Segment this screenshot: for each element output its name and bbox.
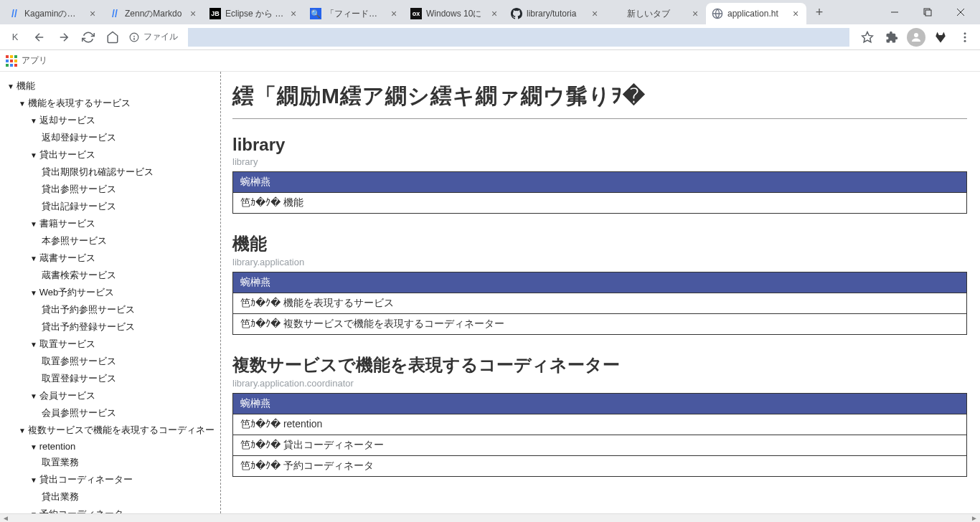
tab-1[interactable]: // Kagaminの記事 ×	[3, 3, 103, 24]
section-table: 蜿榊燕 笆ｶ�ｸ� 機能を表現するサービス 笆ｶ�ｸ� 複数サービスで機能を表現…	[232, 272, 967, 335]
close-icon[interactable]: ×	[188, 9, 198, 19]
table-row[interactable]: 笆ｶ�ｸ� 予約コーディネータ	[233, 456, 967, 477]
tab-strip: // Kagaminの記事 × // ZennのMarkdo × JB Ecli…	[0, 0, 980, 24]
tree-web-ref[interactable]: 貸出予約参照サービス	[42, 301, 220, 318]
tree-coordinators[interactable]: 複数サービスで機能を表現するコーディネー	[19, 422, 220, 439]
table-header: 蜿榊燕	[233, 394, 967, 414]
tree-retention[interactable]: retention	[30, 439, 220, 454]
table-row[interactable]: 笆ｶ�ｸ� retention	[233, 414, 967, 435]
favicon-icon: JB	[209, 8, 221, 19]
tree-lend[interactable]: 貸出サービス	[30, 146, 220, 163]
section-table: 蜿榊燕 笆ｶ�ｸ� retention 笆ｶ�ｸ� 貸出コーディネーター 笆ｶ�…	[232, 393, 967, 477]
tree-retain[interactable]: 取置サービス	[30, 336, 220, 353]
tree-return[interactable]: 返却サービス	[30, 112, 220, 129]
apps-icon[interactable]	[6, 55, 17, 67]
avatar-icon	[907, 28, 925, 47]
favicon-icon: 🔍	[310, 8, 321, 19]
profile-button[interactable]	[905, 27, 927, 48]
tab-title: application.ht	[727, 9, 786, 19]
first-button[interactable]: K	[4, 27, 26, 48]
tab-4[interactable]: 🔍 「フィードバックH ×	[304, 3, 405, 24]
tree-stock[interactable]: 蔵書サービス	[30, 250, 220, 267]
tab-title: ZennのMarkdo	[125, 8, 184, 20]
close-icon[interactable]: ×	[88, 9, 98, 19]
tree-root[interactable]: 機能	[7, 77, 220, 95]
tree-lend-overdue[interactable]: 貸出期限切れ確認サービス	[42, 163, 220, 181]
close-window-button[interactable]	[944, 0, 977, 24]
table-header: 蜿榊燕	[233, 172, 967, 193]
address-input[interactable]	[188, 28, 849, 47]
tab-title: 新しいタブ	[627, 8, 686, 20]
table-row[interactable]: 笆ｶ�ｸ� 貸出コーディネーター	[233, 435, 967, 456]
close-icon[interactable]: ×	[389, 9, 399, 19]
favicon-icon: //	[9, 8, 20, 19]
tree-lend-coord[interactable]: 貸出コーディネーター	[30, 471, 220, 488]
bookmark-star-button[interactable]	[857, 27, 878, 48]
table-header: 蜿榊燕	[233, 272, 967, 293]
tree-book[interactable]: 書籍サービス	[30, 215, 220, 232]
main-content: 繧「繝励Μ繧ア繝シ繧キ繝ァ繝ウ髴りｦ� library library 蜿榊燕 …	[221, 72, 980, 513]
sidebar: 機能 機能を表現するサービス 返却サービス 返却登録サービス 貸出サービス 貸出…	[0, 72, 220, 513]
svg-marker-9	[862, 32, 873, 42]
table-row[interactable]: 笆ｶ�ｸ� 複数サービスで機能を表現するコーディネーター	[233, 314, 967, 335]
tree-retention-biz[interactable]: 取置業務	[42, 454, 220, 471]
tree-retain-ref[interactable]: 取置参照サービス	[42, 353, 220, 370]
reload-button[interactable]	[77, 27, 99, 48]
section-table: 蜿榊燕 笆ｶ�ｸ� 機能	[232, 171, 967, 214]
tab-7[interactable]: 新しいタブ ×	[606, 3, 706, 24]
tree-book-ref[interactable]: 本参照サービス	[42, 232, 220, 250]
favicon-icon: //	[109, 8, 121, 19]
tab-2[interactable]: // ZennのMarkdo ×	[103, 3, 204, 24]
section-heading: 機能	[232, 232, 967, 255]
svg-point-8	[133, 38, 134, 39]
tab-6[interactable]: library/tutoria ×	[505, 3, 606, 24]
apps-label[interactable]: アプリ	[22, 54, 47, 67]
favicon-icon: ox	[410, 8, 422, 19]
tree-member[interactable]: 会員サービス	[30, 387, 220, 404]
tab-5[interactable]: ox Windows 10に ×	[405, 3, 505, 24]
tab-title: Windows 10に	[426, 8, 485, 20]
maximize-button[interactable]	[911, 0, 944, 24]
close-icon[interactable]: ×	[590, 9, 600, 19]
svg-point-10	[914, 33, 918, 37]
tree-retain-reg[interactable]: 取置登録サービス	[42, 370, 220, 387]
bookmark-bar: アプリ	[0, 50, 980, 72]
file-label: ファイル	[143, 31, 178, 43]
tree-web-reg[interactable]: 貸出予約登録サービス	[42, 318, 220, 336]
site-info[interactable]: ファイル	[126, 31, 181, 43]
close-icon[interactable]: ×	[288, 9, 298, 19]
menu-button[interactable]	[954, 27, 976, 48]
back-button[interactable]	[29, 27, 50, 48]
window-controls	[878, 0, 977, 24]
tree-services[interactable]: 機能を表現するサービス	[19, 95, 220, 112]
table-row[interactable]: 笆ｶ�ｸ� 機能を表現するサービス	[233, 293, 967, 314]
package-label: library.application	[232, 257, 967, 267]
tree-lend-coord-biz[interactable]: 貸出業務	[42, 488, 220, 506]
section-heading: library	[232, 135, 967, 155]
tree-resv-coord[interactable]: 予約コーディネータ	[30, 506, 220, 513]
tab-8[interactable]: application.ht ×	[706, 3, 806, 24]
minimize-button[interactable]	[878, 0, 911, 24]
forward-button[interactable]	[53, 27, 75, 48]
svg-point-13	[964, 39, 966, 42]
table-row[interactable]: 笆ｶ�ｸ� 機能	[233, 193, 967, 214]
tab-title: Kagaminの記事	[24, 8, 83, 20]
home-button[interactable]	[102, 27, 123, 48]
globe-icon	[712, 8, 723, 19]
extensions-button[interactable]	[881, 27, 903, 48]
new-tab-button[interactable]: +	[809, 2, 829, 22]
tab-3[interactable]: JB Eclipse から Int ×	[204, 3, 304, 24]
tree-return-reg[interactable]: 返却登録サービス	[42, 129, 220, 146]
tree-web[interactable]: Web予約サービス	[30, 284, 220, 301]
close-icon[interactable]: ×	[791, 9, 801, 19]
svg-point-12	[964, 36, 966, 38]
tree-lend-ref[interactable]: 貸出参照サービス	[42, 181, 220, 198]
tree-member-ref[interactable]: 会員参照サービス	[42, 404, 220, 422]
tree-stock-search[interactable]: 蔵書検索サービス	[42, 267, 220, 284]
close-icon[interactable]: ×	[489, 9, 499, 19]
gitlab-extension-button[interactable]	[930, 27, 951, 48]
package-label: library.application.coordinator	[232, 378, 967, 389]
tree-lend-rec[interactable]: 貸出記録サービス	[42, 198, 220, 215]
section-heading: 複数サービスで機能を表現するコーディネーター	[232, 353, 967, 376]
close-icon[interactable]: ×	[690, 9, 700, 19]
